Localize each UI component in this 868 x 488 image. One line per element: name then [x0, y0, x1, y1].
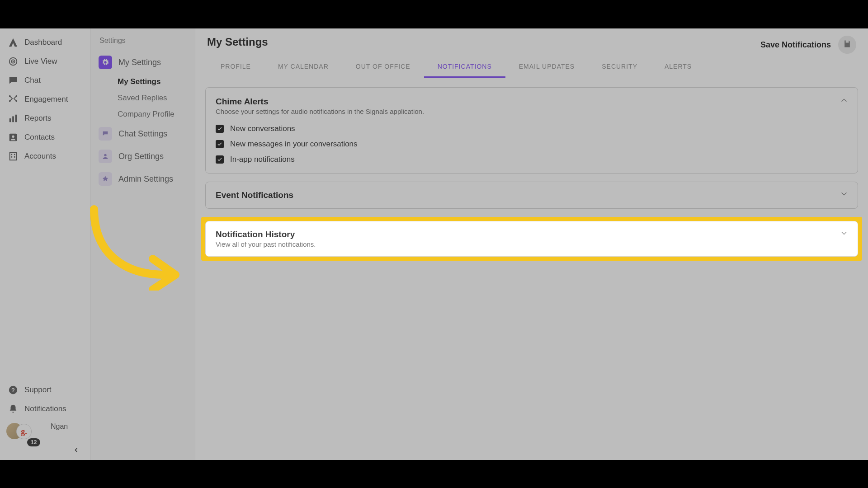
subnav-my-settings[interactable]: My Settings: [96, 51, 189, 74]
checkbox-new-messages[interactable]: New messages in your conversations: [216, 140, 848, 149]
panel-chime-alerts: Chime Alerts Choose your settings for au…: [205, 87, 858, 174]
nav-label: Support: [24, 385, 52, 394]
svg-rect-15: [11, 156, 12, 158]
org-icon: [99, 150, 112, 163]
subnav-admin-settings[interactable]: Admin Settings: [96, 168, 189, 190]
checkbox-in-app[interactable]: In-app notifications: [216, 155, 848, 164]
svg-point-3: [9, 95, 11, 97]
logo-icon: [8, 38, 18, 47]
nav-item-support[interactable]: ? Support: [0, 380, 90, 399]
subnav-org-settings[interactable]: Org Settings: [96, 145, 189, 168]
nav-label: Contacts: [24, 133, 55, 142]
chevron-up-icon: [840, 98, 848, 105]
admin-icon: [99, 172, 112, 186]
nav-item-notifications[interactable]: Notifications: [0, 399, 90, 418]
svg-point-2: [13, 61, 14, 62]
chat-settings-icon: [99, 127, 112, 141]
save-disk-icon: [843, 39, 852, 50]
expand-toggle[interactable]: [840, 190, 848, 199]
svg-point-5: [9, 100, 11, 102]
panel-notification-history[interactable]: Notification History View all of your pa…: [205, 221, 858, 257]
user-name: Ngan: [32, 422, 68, 431]
tabs: PROFILE MY CALENDAR OUT OF OFFICE NOTIFI…: [195, 56, 868, 78]
nav-label: Accounts: [24, 152, 56, 161]
tab-out-of-office[interactable]: OUT OF OFFICE: [342, 56, 424, 78]
tab-alerts[interactable]: ALERTS: [651, 56, 705, 78]
content-area: Chime Alerts Choose your settings for au…: [195, 78, 868, 460]
highlight-annotation: Notification History View all of your pa…: [201, 217, 862, 261]
subnav-child-saved-replies[interactable]: Saved Replies: [96, 90, 189, 106]
subnav-label: Chat Settings: [118, 129, 167, 139]
save-icon-button[interactable]: [838, 36, 856, 54]
contact-icon: [8, 132, 18, 142]
nav-item-engagement[interactable]: Engagement: [0, 90, 90, 109]
nav-item-live-view[interactable]: Live View: [0, 52, 90, 71]
panel-title: Chime Alerts: [216, 97, 424, 107]
svg-rect-16: [14, 156, 15, 158]
subnav-label: My Settings: [118, 58, 161, 67]
notification-badge: 12: [27, 438, 40, 446]
save-button[interactable]: Save Notifications: [760, 40, 831, 50]
subnav-child-company-profile[interactable]: Company Profile: [96, 106, 189, 122]
tab-security[interactable]: SECURITY: [588, 56, 651, 78]
svg-point-6: [16, 100, 18, 102]
chevron-left-icon: [74, 446, 79, 454]
page-header: My Settings Save Notifications: [195, 28, 868, 54]
primary-nav: Dashboard Live View Chat Engagement Repo…: [0, 28, 90, 460]
bar-chart-icon: [8, 113, 18, 123]
subnav-title: Settings: [96, 37, 189, 51]
nav-item-chat[interactable]: Chat: [0, 71, 90, 90]
nav-item-reports[interactable]: Reports: [0, 109, 90, 128]
panel-title: Event Notifications: [216, 190, 293, 200]
svg-rect-8: [12, 116, 14, 122]
nav-label: Notifications: [24, 404, 66, 413]
page-title: My Settings: [207, 36, 268, 48]
svg-rect-14: [14, 154, 15, 155]
main-content: My Settings Save Notifications PROFILE M…: [195, 28, 868, 460]
chat-icon: [8, 75, 18, 85]
user-row[interactable]: g. 12 Ngan: [0, 418, 90, 444]
nav-label: Reports: [24, 114, 52, 123]
gear-icon: [99, 56, 112, 69]
chevron-down-icon: [840, 230, 848, 238]
nav-item-accounts[interactable]: Accounts: [0, 147, 90, 166]
nav-label: Dashboard: [24, 38, 62, 47]
checkbox-new-conversations[interactable]: New conversations: [216, 124, 848, 133]
svg-rect-7: [9, 118, 11, 122]
panel-title: Notification History: [216, 230, 316, 239]
nav-item-dashboard[interactable]: Dashboard: [0, 33, 90, 52]
svg-text:?: ?: [11, 387, 15, 394]
subnav-child-my-settings[interactable]: My Settings: [96, 74, 189, 90]
nav-label: Engagement: [24, 95, 68, 104]
tab-email-updates[interactable]: EMAIL UPDATES: [505, 56, 588, 78]
subnav-label: Org Settings: [118, 152, 164, 161]
nav-label: Live View: [24, 57, 57, 66]
checkbox-checked-icon: [216, 125, 224, 133]
subnav-label: Admin Settings: [118, 174, 173, 184]
svg-rect-12: [10, 153, 17, 160]
collapse-toggle[interactable]: [840, 97, 848, 106]
app-frame: Dashboard Live View Chat Engagement Repo…: [0, 28, 868, 460]
panel-event-notifications[interactable]: Event Notifications: [205, 182, 858, 209]
svg-rect-9: [15, 115, 17, 122]
svg-point-4: [16, 95, 18, 97]
bell-icon: [8, 404, 18, 414]
nav-label: Chat: [24, 76, 41, 85]
checkbox-checked-icon: [216, 140, 224, 148]
nav-item-contacts[interactable]: Contacts: [0, 128, 90, 147]
tab-notifications[interactable]: NOTIFICATIONS: [424, 56, 505, 78]
checkbox-checked-icon: [216, 155, 224, 164]
subnav-chat-settings[interactable]: Chat Settings: [96, 122, 189, 145]
collapse-nav-button[interactable]: [0, 444, 90, 456]
svg-point-19: [104, 154, 106, 156]
target-icon: [8, 56, 18, 66]
svg-rect-13: [11, 154, 12, 155]
tab-my-calendar[interactable]: MY CALENDAR: [264, 56, 342, 78]
tab-profile[interactable]: PROFILE: [207, 56, 264, 78]
checkbox-label: New conversations: [230, 124, 295, 133]
expand-toggle[interactable]: [840, 230, 848, 239]
svg-point-11: [12, 135, 14, 138]
panel-desc: Choose your settings for audio notificat…: [216, 108, 424, 115]
engagement-icon: [8, 94, 18, 104]
avatar-stack: g.: [6, 422, 28, 440]
